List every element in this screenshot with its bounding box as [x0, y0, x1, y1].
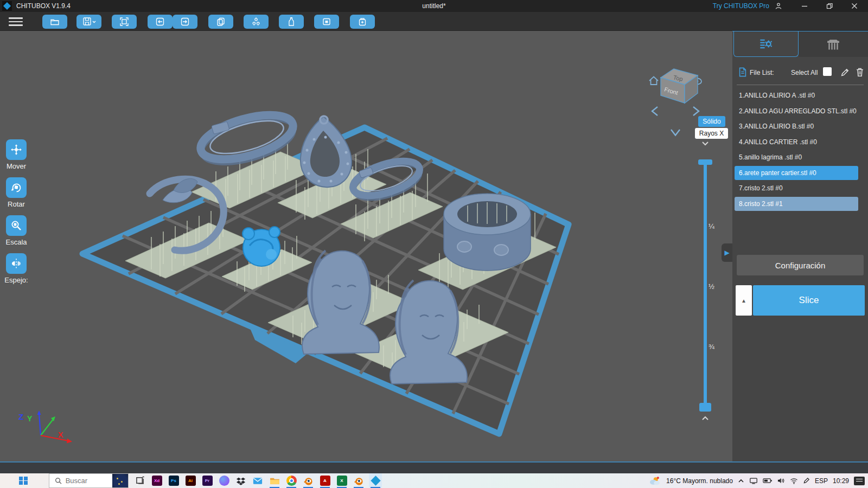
file-row-2[interactable]: 2.ANILLO AGU ARREGLADO STL.stl #0	[735, 104, 858, 118]
panel-collapse-button[interactable]: ▶	[722, 243, 732, 262]
redo-button[interactable]	[173, 15, 197, 29]
blender-2-icon	[354, 476, 363, 486]
slice-button[interactable]: Slice	[753, 285, 865, 316]
clone-icon	[215, 16, 226, 27]
file-row-3[interactable]: 3.ANILLO ALIRIO B.stl #0	[735, 119, 858, 133]
clone-button[interactable]	[208, 15, 233, 29]
build-scene[interactable]: Top Front Z Y X	[0, 31, 732, 461]
model-anillo-lagrima-pendant[interactable]	[301, 116, 352, 187]
weather-icon[interactable]	[648, 476, 661, 486]
save-icon	[82, 16, 96, 27]
illustrator-button[interactable]: Ai	[184, 473, 197, 488]
system-tray: 16°C Mayorm. nublado ESP 10:29	[648, 473, 865, 488]
search-highlight-image[interactable]	[112, 473, 128, 488]
move-button[interactable]	[6, 139, 27, 160]
minimize-button[interactable]	[795, 0, 814, 12]
file-row-8-selected[interactable]: 8.cristo 2.stl #1	[735, 197, 858, 211]
rotate-button[interactable]	[6, 177, 27, 198]
auto-layout-button[interactable]	[244, 15, 269, 29]
layer-slider-track[interactable]	[704, 163, 707, 407]
plate-button[interactable]	[112, 15, 137, 29]
blender-button[interactable]	[302, 473, 315, 488]
slider-mark-half: ½	[709, 282, 714, 291]
search-input[interactable]	[66, 477, 112, 485]
user-account-button[interactable]	[769, 0, 788, 12]
file-row-7[interactable]: 7.cristo 2.stl #0	[735, 181, 858, 195]
mirror-button[interactable]	[6, 253, 27, 274]
rotate-left-arrow[interactable]	[652, 107, 658, 115]
configuration-button[interactable]: Configuración	[737, 255, 864, 275]
dropbox-button[interactable]	[234, 473, 247, 488]
battery-icon[interactable]	[763, 478, 772, 484]
clock[interactable]: 10:29	[833, 477, 849, 485]
open-button[interactable]	[42, 15, 67, 29]
supports-tab-icon	[824, 36, 843, 53]
resin-button[interactable]	[279, 15, 304, 29]
rotate-down-arrow[interactable]	[671, 130, 680, 136]
render-mode-solid-button[interactable]: Sólido	[698, 116, 725, 127]
tab-slice-settings[interactable]	[733, 31, 799, 57]
adobe-xd-button[interactable]: Xd	[150, 473, 163, 488]
model-arete-panter-cartier-selected[interactable]	[242, 227, 280, 266]
language-indicator[interactable]: ESP	[815, 477, 828, 485]
chitubox-taskbar-button[interactable]	[369, 473, 382, 488]
model-anillo-cartier[interactable]	[444, 194, 531, 271]
excel-button[interactable]: X	[335, 473, 348, 488]
task-view-button[interactable]	[133, 473, 146, 488]
start-button[interactable]	[15, 476, 31, 485]
menu-button[interactable]	[8, 16, 24, 28]
delete-files-button[interactable]	[855, 67, 865, 78]
photos-button[interactable]	[218, 473, 231, 488]
mail-button[interactable]	[251, 473, 264, 488]
rotate-right-arrow[interactable]	[693, 107, 699, 115]
notification-center-icon[interactable]	[854, 477, 865, 485]
wifi-icon[interactable]	[790, 478, 798, 484]
settings-list-tab-icon	[758, 37, 774, 51]
axis-indicator: Z Y X	[18, 410, 72, 444]
blender-2-button[interactable]	[352, 473, 365, 488]
redo-icon	[180, 16, 190, 27]
layer-slider-bottom-handle[interactable]	[699, 403, 711, 412]
cast-display-icon[interactable]	[749, 477, 758, 484]
file-row-6-selected[interactable]: 6.arete panter cartier.stl #0	[735, 166, 858, 180]
file-list-header: File List: Select All	[732, 64, 868, 80]
chrome-button[interactable]	[285, 473, 298, 488]
file-row-1[interactable]: 1.ANILLO ALIRIO A .stl #0	[735, 88, 858, 102]
axis-x-label: X	[58, 431, 63, 439]
dig-hole-button[interactable]	[350, 15, 375, 29]
hollow-button[interactable]	[314, 15, 339, 29]
close-button[interactable]	[845, 0, 864, 12]
scale-icon	[10, 219, 23, 232]
view-cube[interactable]: Top Front	[649, 69, 701, 136]
undo-button[interactable]	[148, 15, 173, 29]
tab-supports[interactable]	[799, 31, 868, 57]
taskbar-search[interactable]	[49, 473, 129, 488]
viewport-3d[interactable]: Top Front Z Y X Sólido Rayos X ¼ ½ ¾	[0, 31, 732, 461]
task-view-icon	[136, 476, 145, 485]
premiere-button[interactable]: Pr	[201, 473, 214, 488]
title-bar: CHITUBOX V1.9.4 untitled* Try CHITUBOX P…	[0, 0, 868, 12]
restore-button[interactable]	[820, 0, 839, 12]
photoshop-button[interactable]: Ps	[167, 473, 180, 488]
volume-icon[interactable]	[777, 477, 785, 484]
file-explorer-button[interactable]	[268, 473, 281, 488]
pen-icon[interactable]	[803, 477, 810, 484]
render-mode-xray-button[interactable]: Rayos X	[695, 128, 728, 139]
edit-files-button[interactable]	[840, 67, 851, 78]
home-view-icon[interactable]	[649, 77, 658, 85]
weather-text[interactable]: 16°C Mayorm. nublado	[666, 477, 733, 485]
hidden-icons-chevron[interactable]	[738, 478, 744, 484]
try-pro-link[interactable]: Try CHITUBOX Pro	[713, 2, 769, 10]
select-all-checkbox[interactable]	[823, 67, 832, 76]
file-list-label: File List:	[750, 69, 774, 76]
acrobat-button[interactable]: A	[318, 473, 331, 488]
scale-button[interactable]	[6, 215, 27, 236]
file-row-5[interactable]: 5.anillo lagrima .stl #0	[735, 150, 858, 164]
chevron-down-icon[interactable]	[701, 141, 709, 146]
chevron-up-icon[interactable]	[701, 416, 709, 421]
minimize-icon	[801, 3, 808, 9]
scale-label: Escala	[0, 238, 33, 246]
file-row-4[interactable]: 4.ANILLO CARTIER .stl #0	[735, 135, 858, 149]
slice-options-stepper[interactable]: ▲	[736, 285, 752, 316]
save-button[interactable]	[76, 15, 101, 29]
